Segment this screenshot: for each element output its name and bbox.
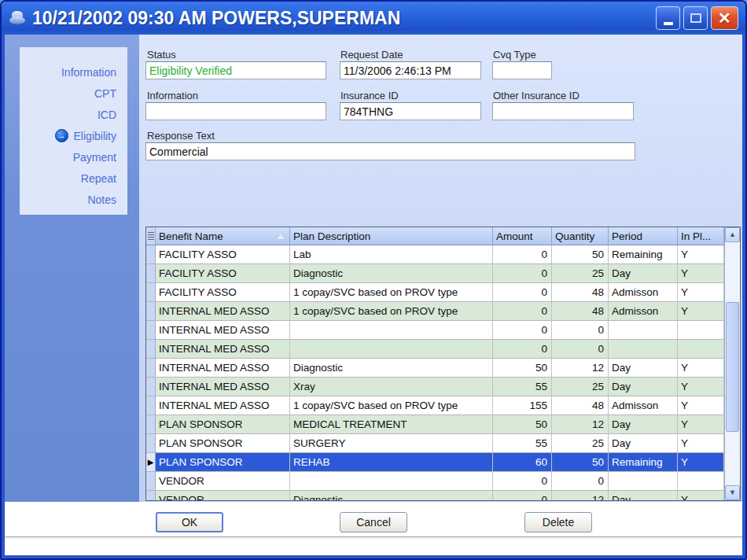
dialog-window: 10/21/2002 09:30 AM POWERS,SUPERMAN ✕ In… [0,0,747,560]
dialog-body: Information CPT ICD → Eligibility Paymen… [5,35,742,555]
cvq-type-label: Cvq Type [493,49,536,61]
response-text-field[interactable] [145,142,635,160]
cell-period: Admisson [609,302,678,321]
sidebar-item-notes[interactable]: Notes [20,189,127,210]
column-header-benefit-name[interactable]: Benefit Name [156,227,290,245]
table-row[interactable]: FACILITY ASSO1 copay/SVC based on PROV t… [146,283,740,302]
row-indicator [146,434,156,453]
cell-amount: 0 [493,340,552,359]
cell-amount: 0 [493,321,552,340]
column-header-in-plan[interactable]: In Pl... [678,227,724,245]
cell-inplan: Y [678,415,724,434]
delete-button[interactable]: Delete [524,512,592,532]
column-header-period[interactable]: Period [609,227,678,245]
cancel-button[interactable]: Cancel [340,512,407,532]
table-row[interactable]: INTERNAL MED ASSO00 [146,340,740,359]
cell-benefit: FACILITY ASSO [156,283,290,302]
table-row[interactable]: FACILITY ASSOLab050RemainingY [146,245,740,264]
cell-quantity: 48 [552,396,609,415]
window-icon-bottom [9,17,25,24]
active-arrow-icon: → [55,129,68,142]
cell-plan [290,472,493,491]
column-header-quantity[interactable]: Quantity [552,227,609,245]
cell-amount: 50 [493,359,552,378]
table-row[interactable]: VENDOR00 [146,472,740,491]
cell-quantity: 0 [552,472,609,491]
information-field[interactable] [145,102,326,120]
row-indicator-header[interactable] [146,227,156,245]
cell-inplan: Y [678,434,724,453]
cell-period [609,340,678,359]
cell-quantity: 0 [552,340,609,359]
cell-plan: 1 copay/SVC based on PROV type [290,283,493,302]
cell-benefit: PLAN SPONSOR [156,415,290,434]
cell-amount: 0 [493,472,552,491]
chevron-down-icon: ▼ [729,489,736,496]
title-bar[interactable]: 10/21/2002 09:30 AM POWERS,SUPERMAN ✕ [2,2,745,35]
maximize-button[interactable] [683,6,708,30]
cell-quantity: 25 [552,264,609,283]
cell-inplan: Y [678,245,724,264]
request-date-field[interactable] [340,61,481,79]
cell-inplan: Y [678,302,724,321]
sidebar-item-information[interactable]: Information [20,61,127,83]
table-row[interactable]: VENDORDiagnostic012DayY [146,491,740,501]
column-header-amount[interactable]: Amount [493,227,552,245]
table-row[interactable]: INTERNAL MED ASSO1 copay/SVC based on PR… [146,302,740,321]
status-field[interactable] [145,61,326,79]
cell-period [609,472,678,491]
cell-inplan: Y [678,491,724,501]
table-row[interactable]: INTERNAL MED ASSODiagnostic5012DayY [146,359,740,378]
row-indicator [146,302,156,321]
cell-period: Day [609,378,678,396]
insurance-id-field[interactable] [340,102,481,120]
row-indicator [146,396,156,415]
cell-period: Day [609,264,678,283]
other-insurance-id-field[interactable] [492,102,634,120]
table-row[interactable]: INTERNAL MED ASSO00 [146,321,740,340]
sidebar-item-eligibility[interactable]: → Eligibility [20,125,127,146]
cell-benefit: FACILITY ASSO [156,264,290,283]
table-row[interactable]: INTERNAL MED ASSO1 copay/SVC based on PR… [146,396,740,415]
table-row[interactable]: PLAN SPONSORSURGERY5525DayY [146,434,740,453]
row-indicator [146,415,156,434]
cell-period: Day [609,359,678,378]
cell-plan: SURGERY [290,434,493,453]
ok-button[interactable]: OK [156,512,223,532]
cell-quantity: 48 [552,302,609,321]
column-header-plan-description[interactable]: Plan Description [290,227,493,245]
cell-inplan: Y [678,359,724,378]
scrollbar-thumb[interactable] [726,302,739,432]
cell-benefit: INTERNAL MED ASSO [156,302,290,321]
chevron-up-icon: ▲ [729,231,736,238]
sidebar-item-repeat[interactable]: Repeat [20,168,127,189]
minimize-button[interactable] [656,6,680,30]
cell-benefit: INTERNAL MED ASSO [156,359,290,378]
table-row[interactable]: INTERNAL MED ASSOXray5525DayY [146,378,740,396]
scroll-up-button[interactable]: ▲ [725,227,740,242]
sidebar-item-payment[interactable]: Payment [20,146,127,168]
close-button[interactable]: ✕ [711,6,738,30]
row-indicator [146,264,156,283]
other-insurance-id-label: Other Insurance ID [493,90,580,101]
cell-plan: Diagnostic [290,264,493,283]
table-row[interactable]: FACILITY ASSODiagnostic025DayY [146,264,740,283]
row-indicator [146,283,156,302]
grid-menu-icon [148,232,154,241]
grid-vertical-scrollbar[interactable]: ▲ ▼ [724,227,740,500]
insurance-id-label: Insurance ID [340,90,399,101]
sidebar-item-label: Eligibility [74,130,116,142]
table-row[interactable]: PLAN SPONSORMEDICAL TREATMENT5012DayY [146,415,740,434]
cell-period: Admisson [609,283,678,302]
table-row-selected[interactable]: ▶PLAN SPONSORREHAB6050RemainingY [146,453,740,472]
cell-plan: 1 copay/SVC based on PROV type [290,302,493,321]
window-title: 10/21/2002 09:30 AM POWERS,SUPERMAN [32,8,656,29]
row-indicator: ▶ [146,453,156,472]
sidebar-item-icd[interactable]: ICD [20,104,127,125]
titlebar-buttons: ✕ [656,6,738,30]
scroll-down-button[interactable]: ▼ [725,485,740,500]
cell-period: Day [609,415,678,434]
cell-amount: 0 [493,302,552,321]
sidebar-item-cpt[interactable]: CPT [20,83,127,104]
cvq-type-field[interactable] [492,61,552,79]
